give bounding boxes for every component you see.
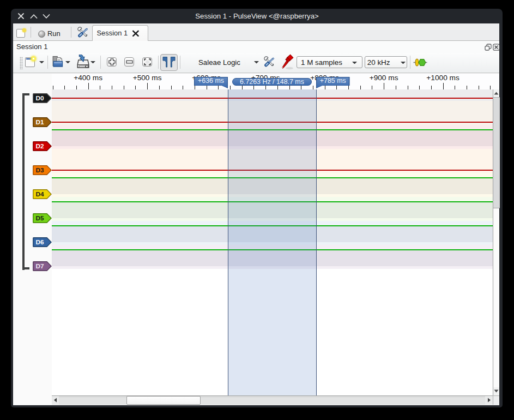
svg-text:D5: D5	[35, 214, 44, 222]
svg-text:D0: D0	[35, 94, 44, 102]
svg-text:D7: D7	[35, 262, 44, 270]
svg-text:D6: D6	[35, 238, 44, 246]
svg-text:D2: D2	[35, 142, 44, 150]
svg-text:D1: D1	[35, 118, 44, 126]
svg-text:D3: D3	[35, 166, 44, 174]
svg-text:D4: D4	[35, 190, 44, 198]
